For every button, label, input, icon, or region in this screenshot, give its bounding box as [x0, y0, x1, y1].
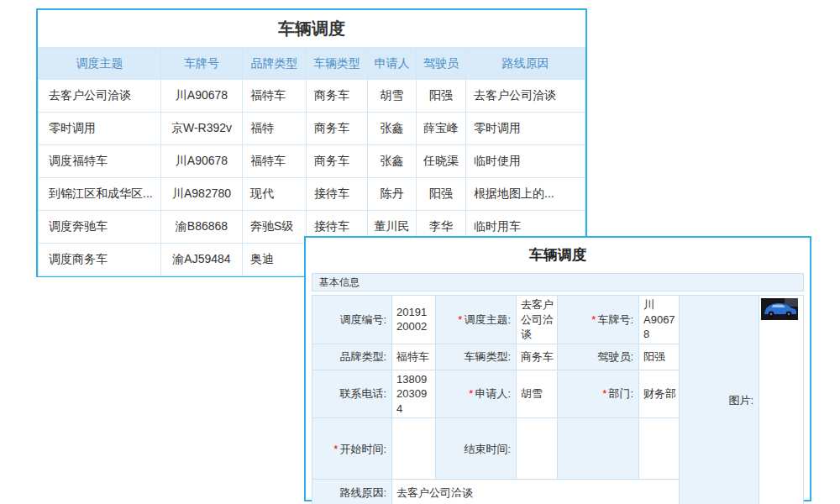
- plate-link[interactable]: 川A90678: [161, 145, 243, 178]
- end-time-value: [517, 418, 558, 480]
- route-reason-label: 路线原因:: [312, 480, 392, 504]
- driver-link[interactable]: 阳强: [417, 178, 466, 211]
- subject-link[interactable]: 零时调用: [39, 113, 161, 145]
- plate-link[interactable]: 川A982780: [161, 178, 243, 211]
- column-header-brand: 品牌类型: [243, 48, 307, 80]
- form-row: 调度编号: 2019120002 *调度主题: 去客户公司洽谈 *车牌号: 川A…: [312, 296, 804, 344]
- brand-cell: 奥迪: [243, 244, 307, 276]
- vtype-cell: 商务车: [307, 113, 368, 145]
- image-label: 图片:: [680, 296, 759, 504]
- column-header-subject: 调度主题: [39, 48, 161, 80]
- start-time-value: [392, 418, 436, 480]
- empty-label-cell: [558, 418, 639, 480]
- column-header-plate: 车牌号: [161, 48, 243, 80]
- detail-form-table: 调度编号: 2019120002 *调度主题: 去客户公司洽谈 *车牌号: 川A…: [312, 295, 804, 504]
- brand-cell: 现代: [243, 178, 307, 211]
- dept-label: *部门:: [558, 370, 639, 418]
- reason-cell: 临时使用: [466, 145, 585, 178]
- empty-value-cell: [639, 418, 680, 480]
- applicant-cell: 胡雪: [368, 80, 417, 113]
- vtype-cell: 接待车: [307, 178, 368, 211]
- car-photo-thumbnail[interactable]: [761, 298, 798, 320]
- basic-info-section-header: 基本信息: [312, 273, 804, 291]
- plate-link[interactable]: 渝AJ59484: [161, 244, 243, 276]
- subject-link[interactable]: 调度商务车: [39, 244, 161, 276]
- required-marker: *: [333, 443, 338, 455]
- vtype-label: 车辆类型:: [436, 344, 517, 370]
- driver-link[interactable]: 阳强: [417, 80, 466, 113]
- required-marker: *: [458, 313, 462, 326]
- vtype-cell: 商务车: [307, 80, 368, 113]
- brand-value: 福特车: [392, 344, 436, 370]
- table-header-row: 调度主题 车牌号 品牌类型 车辆类型 申请人 驾驶员 路线原因: [39, 48, 585, 80]
- table-row: 去客户公司洽谈 川A90678 福特车 商务车 胡雪 阳强 去客户公司洽谈: [39, 80, 585, 113]
- brand-cell: 福特车: [243, 80, 307, 113]
- end-time-label: 结束时间:: [436, 418, 517, 480]
- brand-label: 品牌类型:: [312, 344, 392, 370]
- subject-value: 去客户公司洽谈: [517, 296, 558, 344]
- vtype-cell: 商务车: [307, 145, 368, 178]
- applicant-cell: 陈丹: [368, 178, 417, 211]
- column-header-applicant: 申请人: [368, 48, 417, 80]
- image-cell: [759, 296, 804, 504]
- column-header-driver: 驾驶员: [417, 48, 466, 80]
- dispatch-detail-panel: 车辆调度 基本信息 调度编号: 2019120002 *调度主题: 去客户公司洽…: [304, 236, 811, 501]
- driver-label: 驾驶员:: [558, 344, 639, 370]
- driver-link[interactable]: 薛宝峰: [417, 113, 466, 145]
- brand-cell: 奔驰S级: [243, 211, 307, 244]
- table-row: 零时调用 京W-R392v 福特 商务车 张鑫 薛宝峰 零时调用: [39, 113, 585, 145]
- reason-cell: 零时调用: [466, 113, 585, 145]
- brand-cell: 福特: [243, 113, 307, 145]
- phone-label: 联系电话:: [312, 370, 392, 418]
- plate-link[interactable]: 京W-R392v: [161, 113, 243, 145]
- phone-value: 13809203094: [392, 370, 436, 418]
- dept-value: 财务部: [639, 370, 680, 418]
- plate-link[interactable]: 川A90678: [161, 80, 243, 113]
- plate-value: 川A90678: [639, 296, 680, 344]
- required-marker: *: [602, 387, 606, 400]
- dispatch-no-label: 调度编号:: [312, 296, 392, 344]
- required-marker: *: [591, 313, 596, 326]
- start-time-label: *开始时间:: [312, 418, 392, 480]
- dispatch-no-value: 2019120002: [392, 296, 436, 344]
- required-marker: *: [469, 387, 473, 400]
- subject-link[interactable]: 到锦江区和成华区...: [39, 178, 161, 211]
- table-row: 到锦江区和成华区... 川A982780 现代 接待车 陈丹 阳强 根据地图上的…: [39, 178, 585, 211]
- driver-value: 阳强: [639, 344, 680, 370]
- subject-link[interactable]: 去客户公司洽谈: [39, 80, 161, 113]
- applicant-cell: 张鑫: [368, 113, 417, 145]
- plate-label: *车牌号:: [558, 296, 639, 344]
- subject-link[interactable]: 调度奔驰车: [39, 211, 161, 244]
- subject-label: *调度主题:: [436, 296, 517, 344]
- column-header-reason: 路线原因: [466, 48, 585, 80]
- applicant-label: *申请人:: [436, 370, 517, 418]
- vtype-value: 商务车: [517, 344, 558, 370]
- plate-link[interactable]: 渝B86868: [161, 211, 243, 244]
- driver-link[interactable]: 任晓渠: [417, 145, 466, 178]
- detail-panel-title: 车辆调度: [306, 238, 810, 273]
- reason-cell: 根据地图上的...: [466, 178, 585, 211]
- subject-link[interactable]: 调度福特车: [39, 145, 161, 178]
- brand-cell: 福特车: [243, 145, 307, 178]
- route-reason-value: 去客户公司洽谈: [392, 480, 680, 504]
- column-header-vtype: 车辆类型: [307, 48, 368, 80]
- applicant-value: 胡雪: [517, 370, 558, 418]
- list-panel-title: 车辆调度: [38, 10, 585, 47]
- table-row: 调度福特车 川A90678 福特车 商务车 张鑫 任晓渠 临时使用: [39, 145, 585, 178]
- reason-cell: 去客户公司洽谈: [466, 80, 585, 113]
- applicant-cell: 张鑫: [368, 145, 417, 178]
